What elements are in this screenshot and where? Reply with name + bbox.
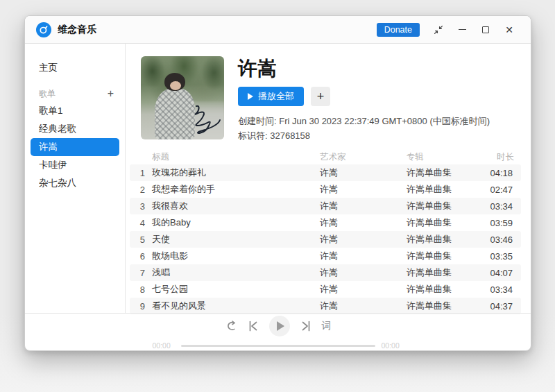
sidebar-playlist-item[interactable]: 经典老歌 (31, 120, 119, 138)
sidebar-playlist-item[interactable]: 卡哇伊 (31, 156, 119, 174)
track-duration: 03:59 (489, 218, 521, 228)
donate-button[interactable]: Donate (377, 23, 420, 37)
playlist-title: 许嵩 (238, 58, 490, 80)
app-logo-icon (36, 22, 51, 37)
track-album: 许嵩单曲集 (407, 250, 489, 262)
minimize-button[interactable] (450, 21, 474, 39)
sidebar-home-label: 主页 (39, 62, 58, 74)
add-playlist-button[interactable]: + (106, 88, 115, 99)
next-track-icon[interactable] (301, 321, 311, 332)
table-row[interactable]: 9 看不见的风景 许嵩 许嵩单曲集 04:37 (130, 298, 521, 314)
sidebar-playlist-label: 经典老歌 (39, 123, 76, 135)
main-content: 许嵩 播放全部 + 创建时间: Fri Jun 30 2023 22:37:49… (126, 44, 531, 313)
track-artist: 许嵩 (320, 233, 407, 246)
table-row[interactable]: 4 我的Baby 许嵩 许嵩单曲集 03:59 (130, 214, 521, 231)
playlist-id: 标识符: 32768158 (238, 129, 490, 144)
app-title: 维念音乐 (58, 24, 96, 36)
track-rows: 1 玫瑰花的葬礼 许嵩 许嵩单曲集 04:18 2 我想牵着你的手 许嵩 许嵩单… (130, 164, 521, 314)
sidebar-playlist-item[interactable]: 歌单1 (31, 102, 119, 120)
track-title: 我的Baby (145, 216, 320, 229)
track-duration: 04:18 (489, 168, 521, 178)
progress-row: 00:00 00:00 (153, 341, 404, 350)
playlists-section-label: 歌单 (39, 88, 106, 100)
sidebar-playlist-item[interactable]: 许嵩 (31, 138, 119, 156)
track-duration: 03:35 (489, 251, 521, 262)
track-album: 许嵩单曲集 (407, 300, 489, 312)
track-number: 9 (130, 301, 145, 312)
play-all-label: 播放全部 (258, 90, 294, 103)
track-title: 浅唱 (145, 266, 320, 279)
sidebar-playlists-section: 歌单 + (31, 85, 119, 102)
track-artist: 许嵩 (320, 300, 407, 312)
lyrics-button[interactable]: 词 (322, 320, 332, 332)
sidebar-playlist-label: 杂七杂八 (39, 177, 76, 189)
track-number: 4 (130, 218, 145, 228)
track-duration: 03:34 (489, 201, 521, 212)
playlist-meta: 创建时间: Fri Jun 30 2023 22:37:49 GMT+0800 … (238, 114, 490, 144)
playlist-header: 许嵩 播放全部 + 创建时间: Fri Jun 30 2023 22:37:49… (126, 44, 531, 149)
sidebar-playlist-list: 歌单1 经典老歌 许嵩 卡哇伊 杂七杂八 (31, 102, 119, 192)
table-row[interactable]: 2 我想牵着你的手 许嵩 许嵩单曲集 02:47 (130, 181, 521, 198)
close-button[interactable]: ✕ (497, 21, 521, 39)
track-artist: 许嵩 (320, 250, 407, 262)
track-table: 标题 艺术家 专辑 时长 1 玫瑰花的葬礼 许嵩 许嵩单曲集 04:18 2 我… (126, 149, 531, 313)
playlist-info: 许嵩 播放全部 + 创建时间: Fri Jun 30 2023 22:37:49… (238, 56, 490, 149)
track-duration: 03:34 (489, 284, 521, 295)
track-artist: 许嵩 (320, 200, 407, 212)
track-title: 散场电影 (145, 250, 320, 262)
track-duration: 04:07 (489, 268, 521, 278)
desktop-background: 维念音乐 Donate ✕ 主页 歌单 + (0, 0, 555, 392)
maximize-button[interactable] (474, 21, 497, 39)
track-duration: 02:47 (489, 185, 521, 195)
progress-slider[interactable] (181, 345, 375, 347)
table-row[interactable]: 6 散场电影 许嵩 许嵩单曲集 03:35 (130, 248, 521, 264)
track-album: 许嵩单曲集 (407, 266, 489, 279)
track-number: 2 (130, 185, 145, 195)
play-pause-button[interactable] (269, 316, 290, 336)
titlebar: 维念音乐 Donate ✕ (25, 16, 531, 44)
created-time: 创建时间: Fri Jun 30 2023 22:37:49 GMT+0800 … (238, 114, 490, 129)
column-title: 标题 (145, 151, 320, 163)
previous-track-icon[interactable] (248, 321, 258, 332)
table-row[interactable]: 7 浅唱 许嵩 许嵩单曲集 04:07 (130, 264, 521, 281)
track-number: 1 (130, 168, 145, 178)
play-triangle-icon (277, 321, 284, 331)
play-all-button[interactable]: 播放全部 (238, 87, 304, 106)
add-track-button[interactable]: + (311, 87, 330, 106)
column-artist: 艺术家 (320, 151, 407, 163)
mini-player-icon[interactable] (427, 21, 450, 39)
track-title: 七号公园 (145, 283, 320, 296)
table-row[interactable]: 1 玫瑰花的葬礼 许嵩 许嵩单曲集 04:18 (130, 164, 521, 181)
sidebar-playlist-label: 卡哇伊 (39, 159, 67, 171)
sidebar-item-home[interactable]: 主页 (31, 59, 119, 77)
track-title: 我很喜欢 (145, 200, 320, 212)
table-row[interactable]: 8 七号公园 许嵩 许嵩单曲集 03:34 (130, 281, 521, 298)
album-art (141, 56, 224, 139)
track-album: 许嵩单曲集 (407, 167, 489, 179)
sidebar-playlist-label: 歌单1 (39, 105, 63, 117)
track-artist: 许嵩 (320, 283, 407, 296)
repeat-icon[interactable] (225, 321, 237, 332)
table-row[interactable]: 5 天使 许嵩 许嵩单曲集 03:46 (130, 231, 521, 248)
track-number: 5 (130, 235, 145, 245)
track-duration: 04:37 (489, 301, 521, 312)
track-album: 许嵩单曲集 (407, 200, 489, 212)
sidebar-playlist-item[interactable]: 杂七杂八 (31, 174, 119, 192)
track-title: 天使 (145, 233, 320, 246)
track-album: 许嵩单曲集 (407, 216, 489, 229)
app-window: 维念音乐 Donate ✕ 主页 歌单 + (24, 15, 531, 351)
player-bar: 词 00:00 00:00 (25, 313, 531, 350)
column-duration: 时长 (489, 151, 521, 163)
table-row[interactable]: 3 我很喜欢 许嵩 许嵩单曲集 03:34 (130, 198, 521, 214)
track-number: 7 (130, 268, 145, 278)
track-title: 玫瑰花的葬礼 (145, 167, 320, 179)
track-duration: 03:46 (489, 235, 521, 245)
track-number: 8 (130, 284, 145, 295)
album-art-signature (182, 102, 223, 138)
track-artist: 许嵩 (320, 216, 407, 229)
column-album: 专辑 (407, 151, 489, 163)
play-icon (248, 93, 253, 100)
total-time: 00:00 (382, 341, 404, 350)
sidebar-playlist-label: 许嵩 (39, 141, 58, 153)
track-title: 我想牵着你的手 (145, 183, 320, 196)
